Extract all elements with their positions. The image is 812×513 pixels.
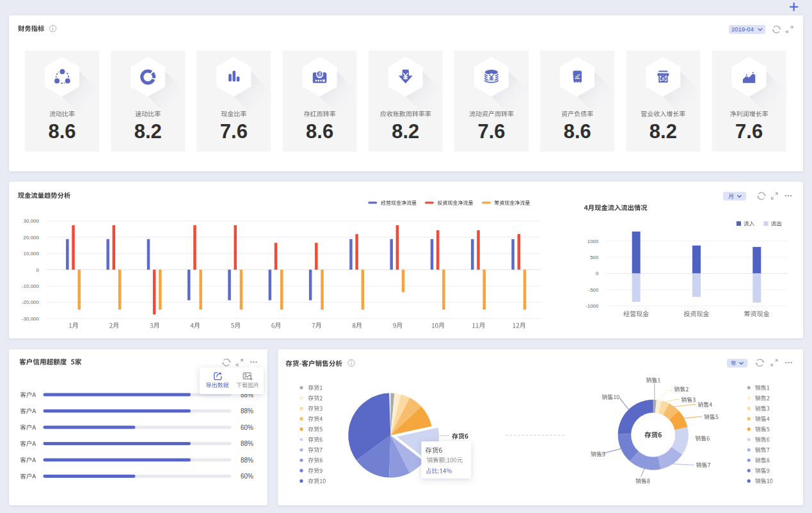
svg-text:8.6: 8.6: [48, 120, 76, 143]
svg-text:8.2: 8.2: [392, 120, 419, 143]
svg-text:8.6: 8.6: [306, 120, 333, 143]
svg-text:88%: 88%: [241, 440, 253, 447]
svg-text:500: 500: [590, 255, 599, 260]
svg-text:1000: 1000: [587, 239, 599, 244]
svg-text:7.6: 7.6: [735, 120, 763, 143]
svg-text:S: S: [662, 77, 665, 81]
svg-text:88%: 88%: [241, 457, 253, 464]
svg-text:60%: 60%: [241, 424, 253, 431]
svg-text:30,000: 30,000: [24, 218, 40, 224]
svg-text:7.6: 7.6: [220, 120, 248, 143]
svg-text:2019-04: 2019-04: [731, 26, 754, 33]
svg-text:-10,000: -10,000: [22, 283, 40, 289]
svg-text:88%: 88%: [241, 407, 253, 414]
svg-text:7.6: 7.6: [477, 120, 505, 143]
svg-text:0: 0: [36, 267, 40, 273]
svg-text:8.6: 8.6: [564, 120, 591, 143]
svg-text:20,000: 20,000: [24, 235, 40, 241]
svg-text:8.2: 8.2: [134, 120, 162, 143]
svg-text:-500: -500: [588, 287, 599, 293]
svg-text:-20,000: -20,000: [22, 299, 40, 305]
svg-text:-1000: -1000: [585, 303, 599, 309]
svg-text:0: 0: [596, 271, 599, 276]
svg-text:10,000: 10,000: [24, 251, 40, 256]
svg-text:8.2: 8.2: [649, 120, 677, 143]
svg-text:60%: 60%: [241, 473, 253, 480]
svg-text:S: S: [318, 72, 321, 76]
svg-text:-30,000: -30,000: [22, 316, 40, 322]
